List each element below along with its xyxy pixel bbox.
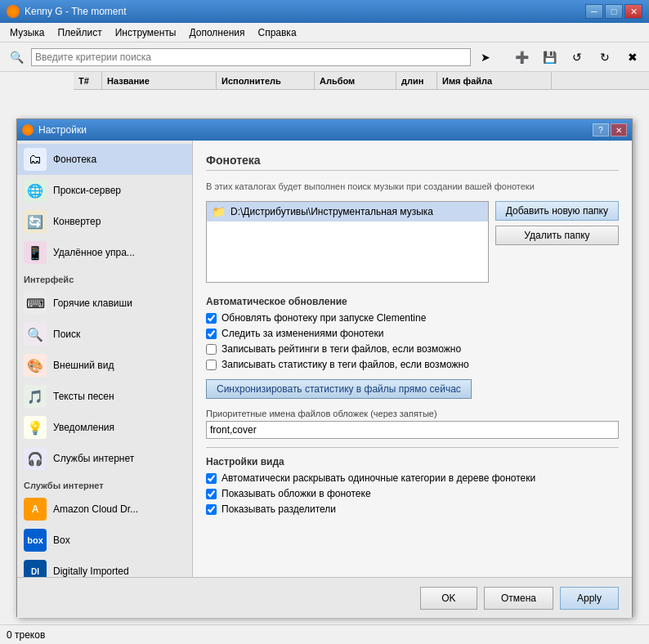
sync-stats-button[interactable]: Синхронизировать статистику в файлы прям… — [206, 379, 472, 399]
search-icon-btn[interactable]: 🔍 — [3, 46, 29, 69]
interface-group-label: Интерфейс — [17, 268, 192, 288]
remote-icon: 📱 — [24, 241, 47, 264]
auto-update-title: Автоматическое обновление — [206, 296, 619, 307]
checkbox-watch-changes-label: Следить за изменениями фонотеки — [222, 328, 384, 339]
folder-list[interactable]: 📁 D:\Дистрибутивы\Инструментальная музык… — [206, 201, 489, 283]
nav-converter-label: Конвертер — [53, 216, 101, 227]
toolbar-save-btn[interactable]: 💾 — [536, 46, 562, 69]
restore-button[interactable]: □ — [605, 4, 623, 19]
nav-search-label: Поиск — [53, 329, 80, 340]
checkbox-row-5: Автоматически раскрывать одиночные катег… — [206, 472, 619, 484]
col-filename: Имя файла — [437, 72, 552, 89]
nav-hotkeys-label: Горячие клавиши — [53, 297, 132, 309]
col-track: T# — [74, 72, 102, 89]
toolbar-add-btn[interactable]: ➕ — [508, 46, 535, 69]
status-bar: 0 треков — [0, 624, 649, 644]
nav-internet[interactable]: 🎧 Службы интернет — [17, 443, 192, 474]
nav-library[interactable]: 🗂 Фонотека — [17, 144, 192, 175]
nav-remote-label: Удалённое упра... — [53, 247, 135, 258]
checkbox-write-stats[interactable] — [206, 360, 217, 370]
dialog-close-button[interactable]: ✕ — [611, 123, 627, 136]
amazon-icon: A — [24, 498, 47, 521]
folder-icon: 📁 — [212, 205, 226, 218]
checkbox-expand-single-label: Автоматически раскрывать одиночные катег… — [222, 472, 535, 484]
minimize-button[interactable]: ─ — [585, 4, 603, 19]
window-title: Kenny G - The moment — [25, 6, 127, 17]
ok-button[interactable]: OK — [420, 587, 477, 610]
dialog-title-buttons: ? ✕ — [593, 123, 627, 136]
menu-playlist[interactable]: Плейлист — [51, 25, 108, 40]
checkbox-show-dividers-label: Показывать разделители — [222, 503, 336, 515]
menu-extras[interactable]: Дополнения — [183, 25, 252, 40]
dialog-help-button[interactable]: ? — [593, 123, 609, 136]
toolbar-arrow-btn[interactable]: ➤ — [472, 46, 499, 69]
settings-dialog: Настройки ? ✕ 🗂 Фонотека 🌐 Прокси-сервер — [16, 119, 633, 617]
checkbox-row-6: Показывать обложки в фонотеке — [206, 488, 619, 499]
nav-lyrics-label: Тексты песен — [53, 391, 114, 402]
checkbox-show-covers[interactable] — [206, 489, 217, 499]
col-album: Альбом — [315, 72, 396, 89]
menu-help[interactable]: Справка — [251, 25, 302, 40]
toolbar-clear-btn[interactable]: ✖ — [620, 46, 646, 69]
cover-label: Приоритетные имена файлов обложек (через… — [206, 409, 619, 418]
checkbox-write-ratings[interactable] — [206, 344, 217, 355]
divider — [206, 447, 619, 448]
toolbar-redo-btn[interactable]: ↻ — [592, 46, 618, 69]
folder-buttons: Добавить новую папку Удалить папку — [495, 201, 619, 288]
checkbox-row-7: Показывать разделители — [206, 503, 619, 515]
checkbox-row-2: Следить за изменениями фонотеки — [206, 328, 619, 339]
checkbox-show-dividers[interactable] — [206, 504, 217, 515]
checkbox-expand-single[interactable] — [206, 473, 217, 484]
nav-proxy[interactable]: 🌐 Прокси-сервер — [17, 175, 192, 206]
nav-hotkeys[interactable]: ⌨ Горячие клавиши — [17, 288, 192, 319]
lyrics-icon: 🎵 — [24, 385, 47, 408]
checkbox-update-on-launch[interactable] — [206, 313, 217, 324]
cancel-button[interactable]: Отмена — [484, 587, 553, 610]
cover-names-input[interactable] — [206, 421, 619, 439]
internet-icon: 🎧 — [24, 447, 47, 470]
settings-content: Фонотека В этих каталогах будет выполнен… — [193, 141, 632, 577]
search-nav-icon: 🔍 — [24, 323, 47, 346]
col-length: длин — [396, 72, 437, 89]
checkbox-watch-changes[interactable] — [206, 329, 217, 339]
di-icon: DI — [24, 560, 47, 577]
checkbox-row-3: Записывать рейтинги в теги файлов, если … — [206, 343, 619, 355]
nav-converter[interactable]: 🔄 Конвертер — [17, 206, 192, 237]
notifications-icon: 💡 — [24, 416, 47, 439]
toolbar-undo-btn[interactable]: ↺ — [564, 46, 590, 69]
nav-di[interactable]: DI Digitally Imported — [17, 556, 192, 577]
nav-lyrics[interactable]: 🎵 Тексты песен — [17, 381, 192, 412]
checkbox-row-1: Обновлять фонотеку при запуске Clementin… — [206, 312, 619, 324]
nav-amazon[interactable]: A Amazon Cloud Dr... — [17, 494, 192, 525]
col-title: Название — [102, 72, 217, 89]
nav-amazon-label: Amazon Cloud Dr... — [53, 503, 138, 515]
add-folder-button[interactable]: Добавить новую папку — [495, 201, 619, 221]
remove-folder-button[interactable]: Удалить папку — [495, 226, 619, 245]
dialog-title: Настройки — [38, 124, 87, 136]
nav-box[interactable]: box Box — [17, 525, 192, 556]
content-desc: В этих каталогах будет выполнен поиск му… — [206, 181, 619, 193]
folder-list-item[interactable]: 📁 D:\Дистрибутивы\Инструментальная музык… — [207, 202, 488, 221]
nav-search[interactable]: 🔍 Поиск — [17, 319, 192, 350]
search-input[interactable] — [31, 48, 471, 66]
status-text: 0 треков — [7, 629, 45, 641]
dialog-footer: OK Отмена Apply — [17, 577, 632, 618]
dialog-icon — [22, 124, 34, 136]
menu-tools[interactable]: Инструменты — [109, 25, 183, 40]
folder-list-wrapper: 📁 D:\Дистрибутивы\Инструментальная музык… — [206, 201, 489, 288]
library-icon: 🗂 — [24, 148, 47, 171]
nav-box-label: Box — [53, 534, 70, 546]
apply-button[interactable]: Apply — [560, 587, 619, 610]
checkbox-write-stats-label: Записывать статистику в теги файлов, есл… — [222, 359, 469, 370]
title-bar-left: Kenny G - The moment — [7, 5, 127, 18]
close-button[interactable]: ✕ — [624, 4, 642, 19]
menu-music[interactable]: Музыка — [3, 25, 51, 40]
nav-appearance[interactable]: 🎨 Внешний вид — [17, 350, 192, 381]
dialog-title-bar: Настройки ? ✕ — [17, 119, 632, 141]
proxy-icon: 🌐 — [24, 179, 47, 202]
nav-notifications[interactable]: 💡 Уведомления — [17, 412, 192, 443]
nav-remote[interactable]: 📱 Удалённое упра... — [17, 237, 192, 268]
converter-icon: 🔄 — [24, 210, 47, 233]
checkbox-show-covers-label: Показывать обложки в фонотеке — [222, 488, 371, 499]
checkbox-row-4: Записывать статистику в теги файлов, есл… — [206, 359, 619, 370]
